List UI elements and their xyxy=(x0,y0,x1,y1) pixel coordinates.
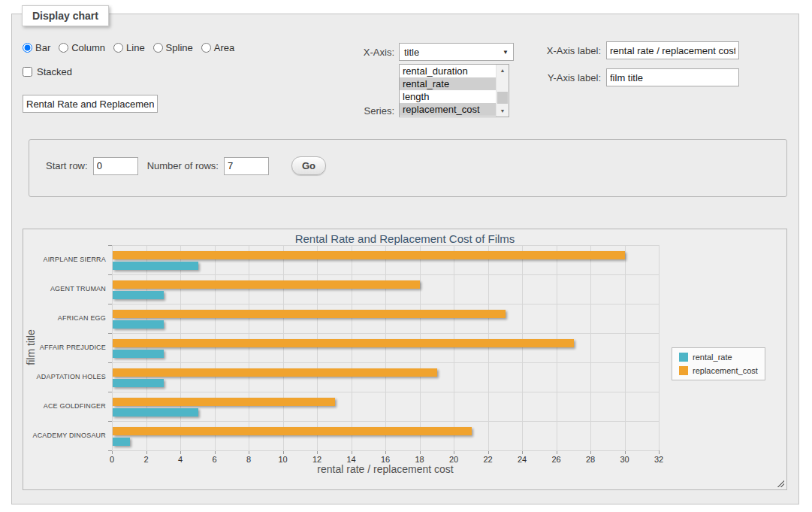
chart-type-option-spline[interactable]: Spline xyxy=(153,42,193,53)
series-option-replacement_cost[interactable]: replacement_cost xyxy=(400,103,496,116)
rows-panel: Start row: Number of rows: Go xyxy=(29,139,787,197)
gridline xyxy=(488,245,489,450)
x-tick-label: 0 xyxy=(101,455,123,464)
chart-type-option-area[interactable]: Area xyxy=(201,42,234,53)
y-axis-tick xyxy=(108,450,112,451)
series-label: Series: xyxy=(342,105,394,117)
stacked-checkbox[interactable] xyxy=(23,67,32,77)
bar-rental_rate-african-egg[interactable] xyxy=(113,320,164,329)
chart-type-radio-bar[interactable] xyxy=(23,43,32,53)
x-axis-tick xyxy=(590,451,591,454)
series-listbox[interactable]: rental_durationrental_ratelengthreplacem… xyxy=(399,64,509,117)
scrollbar-thumb[interactable] xyxy=(497,92,508,104)
y-axis-tick xyxy=(108,362,112,363)
x-axis-tick xyxy=(420,451,421,454)
gridline xyxy=(522,245,523,450)
x-tick-label: 24 xyxy=(511,455,533,464)
resize-grip-icon[interactable] xyxy=(776,479,784,487)
chart-type-option-line[interactable]: Line xyxy=(113,42,145,53)
scroll-up-icon[interactable]: ▲ xyxy=(497,65,509,76)
gridline xyxy=(352,245,352,450)
series-option-rental_duration[interactable]: rental_duration xyxy=(400,65,496,77)
series-option-length[interactable]: length xyxy=(400,90,496,103)
x-axis-tick xyxy=(112,451,113,454)
stacked-label: Stacked xyxy=(37,66,72,77)
x-tick-label: 22 xyxy=(477,455,500,464)
bar-replacement_cost-agent-truman[interactable] xyxy=(113,280,420,289)
x-axis-tick xyxy=(146,451,147,454)
num-rows-label: Number of rows: xyxy=(147,160,219,171)
chart-type-radio-column[interactable] xyxy=(59,43,68,53)
bar-rental_rate-ace-goldfinger[interactable] xyxy=(113,408,198,417)
gridline xyxy=(112,245,113,450)
chart-type-radio-line[interactable] xyxy=(113,43,123,53)
gridline xyxy=(112,421,659,422)
scroll-down-icon[interactable]: ▼ xyxy=(497,105,509,117)
legend-swatch-replacement_cost xyxy=(679,366,688,375)
gridline xyxy=(454,245,454,450)
go-button[interactable]: Go xyxy=(291,156,326,175)
x-tick-label: 26 xyxy=(545,455,568,464)
bar-replacement_cost-african-egg[interactable] xyxy=(113,310,506,318)
category-label: AFRICAN EGG xyxy=(25,314,106,322)
gridline xyxy=(590,245,591,450)
start-row-label: Start row: xyxy=(46,160,88,171)
start-row-input[interactable] xyxy=(93,157,138,175)
x-axis-tick xyxy=(522,451,523,454)
bar-replacement_cost-airplane-sierra[interactable] xyxy=(113,251,625,259)
x-tick-label: 4 xyxy=(169,455,192,464)
bar-rental_rate-agent-truman[interactable] xyxy=(113,291,164,299)
chart-type-option-column[interactable]: Column xyxy=(59,42,105,53)
chart-type-option-bar[interactable]: Bar xyxy=(23,42,50,53)
x-tick-label: 30 xyxy=(614,455,636,464)
bar-replacement_cost-adaptation-holes[interactable] xyxy=(113,368,437,377)
chart-type-radio-spline[interactable] xyxy=(153,43,163,53)
chart-plot xyxy=(112,245,659,450)
y-axis-tick xyxy=(108,245,112,246)
y-axis-tick xyxy=(108,333,112,334)
gridline xyxy=(112,333,659,334)
y-axis-label-label: Y-Axis label: xyxy=(538,72,601,83)
x-axis-tick xyxy=(454,451,454,454)
chart-title-input[interactable] xyxy=(23,95,158,113)
x-axis-tick xyxy=(249,451,249,454)
gridline xyxy=(317,245,318,450)
rows-form: Start row: Number of rows: Go xyxy=(46,156,326,175)
chart-type-label: Area xyxy=(214,42,234,53)
stacked-option[interactable]: Stacked xyxy=(23,66,72,77)
legend-label: replacement_cost xyxy=(693,366,758,375)
x-tick-label: 18 xyxy=(409,455,431,464)
x-axis-select[interactable]: title ▼ xyxy=(399,43,514,61)
chart-type-group: BarColumnLineSplineArea xyxy=(23,42,234,53)
chart-x-axis-title: rental rate / replacement cost xyxy=(112,463,659,475)
legend-item-replacement_cost[interactable]: replacement_cost xyxy=(679,366,758,375)
series-scrollbar[interactable]: ▲ ▼ xyxy=(496,65,509,117)
chart-type-label: Spline xyxy=(166,42,193,53)
gridline xyxy=(180,245,181,450)
x-axis-tick xyxy=(352,451,352,454)
bar-rental_rate-academy-dinosaur[interactable] xyxy=(113,438,130,446)
series-option-rental_rate[interactable]: rental_rate xyxy=(400,77,496,90)
gridline xyxy=(385,245,386,450)
bar-rental_rate-affair-prejudice[interactable] xyxy=(113,350,164,358)
bar-rental_rate-airplane-sierra[interactable] xyxy=(113,262,198,270)
y-axis-tick xyxy=(108,274,112,275)
legend-item-rental_rate[interactable]: rental_rate xyxy=(679,353,758,362)
gridline xyxy=(112,245,659,246)
bar-replacement_cost-affair-prejudice[interactable] xyxy=(113,339,574,347)
x-axis-tick xyxy=(317,451,318,454)
y-axis-label-input[interactable] xyxy=(606,68,739,86)
series-options: rental_durationrental_ratelengthreplacem… xyxy=(400,65,496,117)
gridline xyxy=(249,245,249,450)
bar-replacement_cost-academy-dinosaur[interactable] xyxy=(113,427,472,435)
bar-rental_rate-adaptation-holes[interactable] xyxy=(113,379,164,387)
chart-type-radio-area[interactable] xyxy=(201,43,211,53)
x-axis-tick xyxy=(283,451,284,454)
num-rows-input[interactable] xyxy=(224,157,269,175)
x-axis-selected-value: title xyxy=(404,47,419,58)
x-axis-label-input[interactable] xyxy=(606,41,739,59)
fieldset-legend: Display chart xyxy=(22,5,109,26)
x-tick-label: 20 xyxy=(442,455,465,464)
bar-replacement_cost-ace-goldfinger[interactable] xyxy=(113,398,335,406)
category-label: ADAPTATION HOLES xyxy=(25,373,106,380)
